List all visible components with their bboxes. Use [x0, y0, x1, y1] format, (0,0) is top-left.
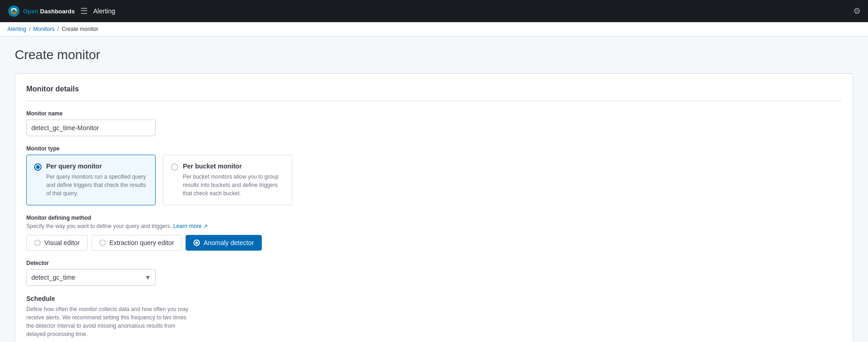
monitor-name-group: Monitor name	[26, 110, 842, 136]
monitor-type-container: Per query monitor Per query monitors run…	[26, 155, 842, 205]
opensearch-logo: Open Dashboards	[7, 5, 75, 18]
per-bucket-desc: Per bucket monitors allow you to group r…	[183, 173, 284, 198]
breadcrumb-current: Create monitor	[61, 26, 98, 32]
breadcrumb-sep-2: /	[57, 26, 59, 32]
detector-select[interactable]: detect_gc_time	[26, 269, 156, 286]
panel-title: Monitor details	[26, 85, 842, 101]
schedule-group: Schedule Define how often the monitor co…	[26, 295, 842, 342]
monitor-type-per-query[interactable]: Per query monitor Per query monitors run…	[26, 155, 156, 205]
method-anomaly-detector[interactable]: Anomaly detector	[186, 235, 262, 251]
detector-select-wrapper: detect_gc_time ▼	[26, 269, 156, 286]
nav-left: Open Dashboards ☰ Alerting	[7, 5, 115, 18]
breadcrumb-alerting[interactable]: Alerting	[7, 26, 26, 32]
logo-open: Open	[23, 8, 38, 15]
breadcrumb-sep-1: /	[29, 26, 30, 32]
method-anomaly-detector-label: Anomaly detector	[204, 239, 254, 246]
per-query-desc: Per query monitors run a specified query…	[46, 173, 148, 198]
monitor-name-label: Monitor name	[26, 110, 842, 117]
page-title: Create monitor	[15, 48, 853, 62]
method-options: Visual editor Extraction query editor An…	[26, 235, 842, 251]
method-extraction-query-label: Extraction query editor	[109, 239, 174, 246]
method-visual-editor-label: Visual editor	[44, 239, 80, 246]
breadcrumb: Alerting / Monitors / Create monitor	[0, 22, 868, 36]
hamburger-icon[interactable]: ☰	[80, 6, 88, 16]
radio-per-query[interactable]	[34, 163, 42, 171]
method-sublabel-text: Specify the way you want to define your …	[26, 223, 172, 229]
monitor-type-label: Monitor type	[26, 145, 842, 152]
method-label: Monitor defining method	[26, 215, 842, 221]
schedule-title: Schedule	[26, 295, 842, 302]
logo-search: Dashboards	[38, 8, 75, 15]
method-sublabel: Specify the way you want to define your …	[26, 223, 842, 229]
radio-extraction-query[interactable]	[99, 240, 106, 246]
radio-per-bucket[interactable]	[171, 163, 178, 171]
monitor-type-group: Monitor type Per query monitor Per query…	[26, 145, 842, 205]
per-bucket-title: Per bucket monitor	[183, 162, 284, 170]
nav-settings[interactable]: ⚙	[853, 6, 861, 16]
svg-point-0	[8, 6, 20, 17]
top-nav: Open Dashboards ☰ Alerting ⚙	[0, 0, 868, 22]
per-query-title: Per query monitor	[46, 162, 148, 170]
nav-section-label: Alerting	[93, 7, 115, 15]
logo-text: Open Dashboards	[23, 8, 75, 15]
page-content: Create monitor Monitor details Monitor n…	[0, 36, 868, 342]
method-extraction-query[interactable]: Extraction query editor	[91, 235, 182, 251]
detector-label: Detector	[26, 260, 842, 266]
radio-visual-editor[interactable]	[34, 240, 41, 246]
monitor-type-per-bucket[interactable]: Per bucket monitor Per bucket monitors a…	[163, 155, 292, 205]
method-visual-editor[interactable]: Visual editor	[26, 235, 88, 251]
schedule-desc: Define how often the monitor collects da…	[26, 305, 193, 338]
monitor-name-input[interactable]	[26, 120, 156, 136]
detector-group: Detector detect_gc_time ▼	[26, 260, 842, 286]
radio-anomaly-detector[interactable]	[193, 240, 200, 246]
learn-more-link[interactable]: Learn more ↗	[173, 223, 208, 229]
monitor-method-group: Monitor defining method Specify the way …	[26, 215, 842, 251]
monitor-details-panel: Monitor details Monitor name Monitor typ…	[15, 73, 853, 342]
breadcrumb-monitors[interactable]: Monitors	[33, 26, 54, 32]
